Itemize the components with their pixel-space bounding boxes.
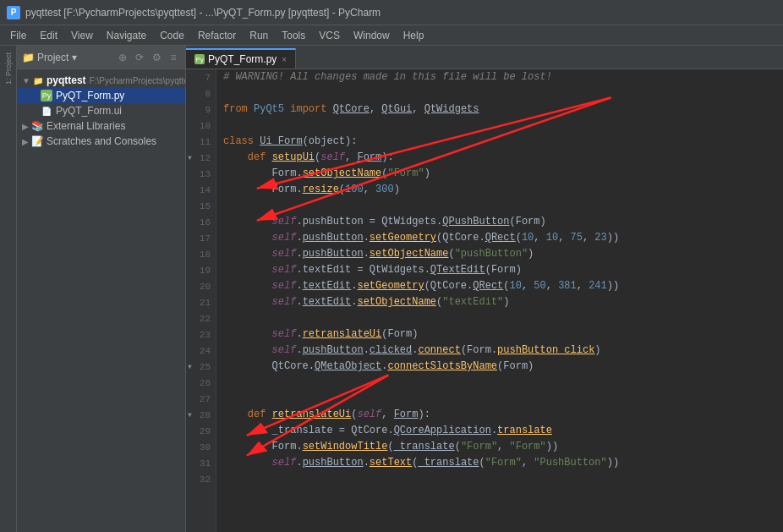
code-line-10 — [223, 118, 776, 134]
menu-edit[interactable]: Edit — [33, 28, 64, 43]
code-line-26 — [223, 375, 776, 391]
code-line-28: def retranslateUi(self, Form): — [223, 407, 776, 423]
py-file-icon: Py — [41, 90, 52, 101]
code-line-13: Form.setObjectName("Form") — [223, 166, 776, 182]
menu-tools[interactable]: Tools — [275, 28, 312, 43]
menu-run[interactable]: Run — [243, 28, 275, 43]
menu-navigate[interactable]: Navigate — [100, 28, 153, 43]
menu-window[interactable]: Window — [347, 28, 397, 43]
expand-icon[interactable]: ≡ — [167, 51, 180, 64]
sync-icon[interactable]: ⟳ — [133, 51, 146, 64]
title-bar: P pyqttest [F:\PycharmProjects\pyqttest]… — [0, 0, 783, 25]
code-line-22 — [223, 310, 776, 326]
tree-item-root[interactable]: ▼ 📁 pyqttest F:\PycharmProjects\pyqttest — [17, 73, 185, 88]
line-num-14: 14 — [186, 182, 216, 198]
line-num-7: 7 — [186, 69, 216, 85]
line-num-18: 18 — [186, 246, 216, 262]
tree-label-pyqt-form-ui: PyQT_Form.ui — [56, 105, 122, 117]
editor-area: Py PyQT_Form.py × 7 8 9 10 11 12 13 14 1… — [186, 46, 783, 532]
tree-item-ext-libs[interactable]: ▶ 📚 External Libraries — [17, 118, 185, 134]
line-numbers: 7 8 9 10 11 12 13 14 15 16 17 18 19 20 2… — [186, 69, 216, 532]
line-num-27: 27 — [186, 391, 216, 407]
line-num-9: 9 — [186, 101, 216, 118]
menu-view[interactable]: View — [64, 28, 100, 43]
line-num-32: 32 — [186, 471, 216, 487]
code-line-18: self.pushButton.setObjectName("pushButto… — [223, 246, 776, 262]
code-line-21: self.textEdit.setObjectName("textEdit") — [223, 294, 776, 310]
tab-pyqt-form[interactable]: Py PyQT_Form.py × — [186, 48, 296, 69]
main-layout: 1: Project 📁 Project ▾ ⊕ ⟳ ⚙ ≡ ▼ 📁 pyqtt… — [0, 46, 783, 532]
code-line-24: self.pushButton.clicked.connect(Form.pus… — [223, 343, 776, 359]
tree-label-ext-libs: External Libraries — [47, 120, 125, 132]
code-line-17: self.pushButton.setGeometry(QtCore.QRect… — [223, 230, 776, 246]
add-icon[interactable]: ⊕ — [116, 51, 129, 64]
tree-item-pyqt-form-ui[interactable]: 📄 PyQT_Form.ui — [17, 103, 185, 118]
tree-item-scratches[interactable]: ▶ 📝 Scratches and Consoles — [17, 134, 185, 149]
sidebar-strip-label: 1: Project — [4, 52, 13, 85]
tree-label-pyqt-form-py: PyQT_Form.py — [56, 90, 124, 101]
tab-py-icon: Py — [194, 54, 205, 64]
line-num-19: 19 — [186, 262, 216, 278]
menu-refactor[interactable]: Refactor — [191, 28, 243, 43]
code-line-7: # WARNING! All changes made in this file… — [223, 69, 776, 85]
line-num-16: 16 — [186, 214, 216, 230]
line-num-22: 22 — [186, 310, 216, 326]
line-num-25: 25 — [186, 359, 216, 375]
app-icon: P — [7, 6, 20, 19]
line-num-13: 13 — [186, 166, 216, 182]
tab-label: PyQT_Form.py — [208, 53, 277, 65]
menu-file[interactable]: File — [3, 28, 33, 43]
project-tree: ▼ 📁 pyqttest F:\PycharmProjects\pyqttest… — [17, 69, 185, 532]
code-line-12: def setupUi(self, Form): — [223, 150, 776, 166]
line-num-10: 10 — [186, 118, 216, 134]
ui-file-icon: 📄 — [41, 105, 52, 117]
tab-close-icon[interactable]: × — [282, 55, 287, 64]
code-line-29: _translate = QtCore.QCoreApplication.tra… — [223, 423, 776, 439]
code-line-25: QtCore.QMetaObject.connectSlotsByName(Fo… — [223, 359, 776, 375]
code-line-16: self.pushButton = QtWidgets.QPushButton(… — [223, 214, 776, 230]
code-editor[interactable]: 7 8 9 10 11 12 13 14 15 16 17 18 19 20 2… — [186, 69, 783, 532]
menu-vcs[interactable]: VCS — [312, 28, 347, 43]
settings-icon[interactable]: ⚙ — [150, 51, 163, 64]
sidebar-strip: 1: Project — [0, 46, 17, 532]
line-num-26: 26 — [186, 375, 216, 391]
code-line-32 — [223, 471, 776, 487]
line-num-24: 24 — [186, 343, 216, 359]
code-line-20: self.textEdit.setGeometry(QtCore.QRect(1… — [223, 278, 776, 294]
folder-icon: 📁 — [33, 74, 43, 86]
ext-lib-icon: 📚 — [31, 120, 43, 132]
code-line-8 — [223, 85, 776, 101]
code-line-27 — [223, 391, 776, 407]
code-line-31: self.pushButton.setText(_translate("Form… — [223, 455, 776, 471]
line-num-30: 30 — [186, 439, 216, 455]
line-num-23: 23 — [186, 326, 216, 343]
project-folder-icon: 📁 — [22, 52, 34, 63]
menu-bar: File Edit View Navigate Code Refactor Ru… — [0, 25, 783, 46]
project-panel-header: 📁 Project ▾ ⊕ ⟳ ⚙ ≡ — [17, 46, 185, 69]
code-line-30: Form.setWindowTitle(_translate("Form", "… — [223, 439, 776, 455]
line-num-12: 12 — [186, 150, 216, 166]
menu-help[interactable]: Help — [397, 28, 431, 43]
line-num-17: 17 — [186, 230, 216, 246]
line-num-21: 21 — [186, 294, 216, 310]
line-num-11: 11 — [186, 134, 216, 150]
code-line-15 — [223, 198, 776, 214]
menu-code[interactable]: Code — [153, 28, 191, 43]
code-line-11: class Ui_Form(object): — [223, 134, 776, 150]
code-content[interactable]: # WARNING! All changes made in this file… — [216, 69, 783, 532]
scratch-icon: 📝 — [31, 135, 43, 147]
line-num-20: 20 — [186, 278, 216, 294]
code-line-9: from PyQt5 import QtCore, QtGui, QtWidge… — [223, 101, 776, 118]
line-num-31: 31 — [186, 455, 216, 471]
project-panel-icons: ⊕ ⟳ ⚙ ≡ — [116, 51, 180, 64]
tree-label-scratches: Scratches and Consoles — [47, 135, 156, 147]
tree-label-root: pyqttest — [47, 74, 86, 86]
tree-item-pyqt-form-py[interactable]: Py PyQT_Form.py — [17, 88, 185, 103]
code-line-14: Form.resize(100, 300) — [223, 182, 776, 198]
code-line-23: self.retranslateUi(Form) — [223, 326, 776, 343]
code-line-19: self.textEdit = QtWidgets.QTextEdit(Form… — [223, 262, 776, 278]
project-panel-title: Project ▾ — [37, 52, 116, 63]
editor-tabs: Py PyQT_Form.py × — [186, 46, 783, 69]
line-num-8: 8 — [186, 85, 216, 101]
line-num-29: 29 — [186, 423, 216, 439]
